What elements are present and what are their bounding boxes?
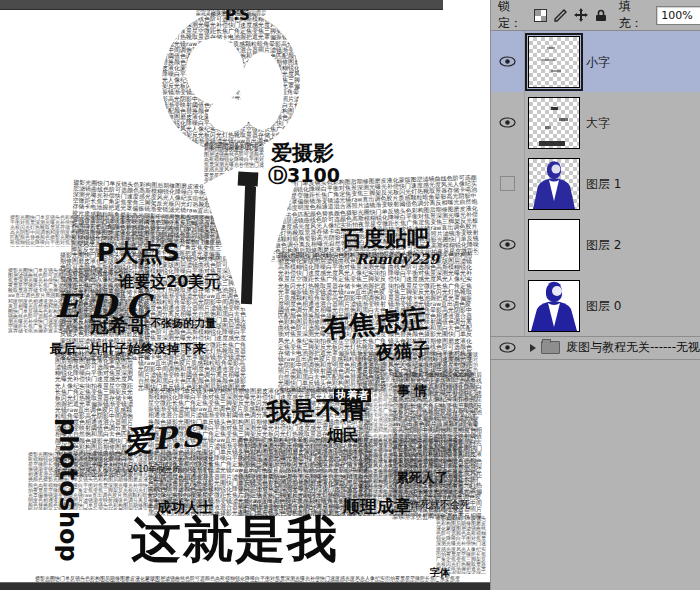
layer-row-layer2[interactable]: 图层 2 (491, 214, 700, 276)
eye-icon (499, 117, 516, 128)
fill-label: 填充： (619, 0, 651, 32)
portrait-text-ramdy: Ramdy229 (356, 252, 439, 266)
visibility-toggle[interactable] (491, 275, 525, 336)
portrait-text-woshibulu: 我是不撸 (266, 396, 367, 424)
document-window: 摄影光圈快门单反镜头色彩构图后期修图磨皮液化蒙版图层滤镜曲线色阶可选颜色高斯模糊… (0, 0, 490, 590)
portrait-text-zuihou: 最后一片叶子始终没掉下来 (50, 342, 206, 355)
eye-icon (499, 239, 516, 250)
lock-image-pixels-icon[interactable] (554, 9, 567, 22)
portrait-text-leisirenle: 累死人了 (396, 471, 448, 484)
portrait-text-buzuosi: 不作死就不会死 (400, 500, 470, 510)
layer-thumbnail[interactable] (528, 219, 580, 271)
group-expand-arrow-icon[interactable] (530, 344, 536, 352)
eye-icon (499, 56, 516, 67)
portrait-text-baidu-tieba: 百度贴吧 (341, 228, 429, 250)
layer-row-layer0[interactable]: 图层 0 (491, 275, 700, 337)
portrait-text-y2010: 2010年假照历 (128, 466, 180, 474)
blue-figure-thumbnail (529, 159, 579, 209)
fill-opacity-input[interactable]: 100% (656, 6, 700, 25)
visibility-toggle[interactable] (491, 92, 525, 153)
portrait-text-ziti: 字体 (430, 568, 450, 578)
document-window-bottom-edge (0, 582, 490, 590)
layer-thumbnail[interactable] (528, 280, 580, 332)
layer-thumbnail[interactable] (528, 97, 580, 149)
layers-lock-bar: 锁定： 填充： 100% (491, 0, 700, 31)
group-name[interactable]: 废图与教程无关------无视 (566, 339, 700, 356)
portrait-text-yemaozi: 夜猫子 (375, 340, 430, 362)
layer-row-dazi[interactable]: 大字 (491, 92, 700, 154)
layer-row-xiaozi[interactable]: 小字 (491, 31, 700, 93)
portrait-text-p-da-dian-s: P大点S (97, 241, 180, 265)
eye-icon (499, 300, 516, 311)
layer-name[interactable]: 大字 (586, 114, 610, 131)
layer-group-row[interactable]: 废图与教程无关------无视 (491, 336, 700, 360)
layer-row-layer1[interactable]: 图层 1 (491, 153, 700, 215)
visibility-toggle[interactable] (491, 342, 524, 353)
portrait-text-aips: 爱P.S (122, 421, 204, 458)
visibility-toggle[interactable] (491, 31, 525, 92)
document-window-top-edge (0, 0, 443, 10)
portrait-text-yanmin: 烟民 (327, 428, 359, 444)
portrait-white-area (186, 38, 244, 104)
layer-name[interactable]: 图层 1 (586, 175, 621, 192)
visibility-toggle[interactable] (491, 153, 525, 214)
folder-icon (541, 341, 560, 354)
portrait-text-guanxige: 冠希哥 (90, 316, 147, 335)
layer-thumbnail[interactable] (528, 36, 580, 88)
portrait-filler-text: 摄影光圈快门单反镜头色彩构图后期修图磨皮液化蒙版图层滤镜曲线色阶可选颜色高斯模糊… (436, 516, 488, 574)
portrait-text-d3100: Ⓓ3100 (268, 166, 340, 185)
portrait-tie-shape (238, 171, 259, 186)
layer-name[interactable]: 图层 2 (586, 236, 621, 253)
portrait-text-ps-head: P.S (225, 9, 250, 23)
portrait-text-zhejiushiwo: 这就是我 (131, 514, 339, 564)
portrait-text-buzhangyang: 不张扬的力量 (150, 318, 216, 329)
lock-label: 锁定： (498, 0, 530, 32)
visibility-toggle[interactable] (491, 214, 525, 275)
portrait-text-ai-sheying: 爱摄影 (271, 143, 334, 164)
lock-transparent-pixels-icon[interactable] (534, 9, 547, 22)
portrait-white-area (208, 98, 250, 132)
lock-position-icon[interactable] (574, 8, 588, 22)
layer-thumbnail[interactable] (528, 158, 580, 210)
layers-panel: 锁定： 填充： 100% 小字 大字 (490, 0, 700, 590)
eye-icon (499, 342, 516, 353)
layer-name[interactable]: 图层 0 (586, 297, 621, 314)
lock-all-icon[interactable] (595, 9, 607, 22)
layer-name[interactable]: 小字 (586, 53, 610, 70)
canvas[interactable]: 摄影光圈快门单反镜头色彩构图后期修图磨皮液化蒙版图层滤镜曲线色阶可选颜色高斯模糊… (0, 9, 490, 582)
eye-hidden-box (500, 176, 515, 191)
portrait-text-shiqing: 事情 (397, 384, 431, 397)
blue-figure-thumbnail (529, 281, 579, 331)
portrait-text-photoshop-vert: photoshop (56, 418, 80, 562)
